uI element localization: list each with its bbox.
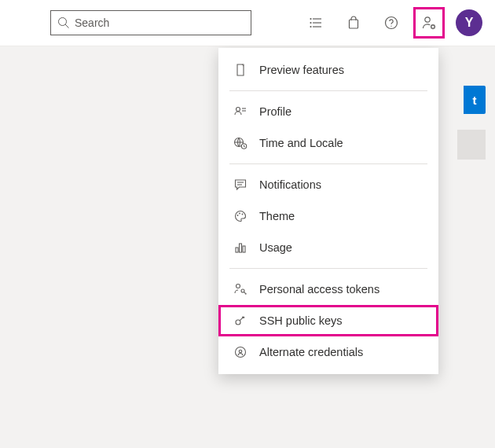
svg-point-7: [310, 27, 311, 28]
globe-clock-icon: [233, 135, 248, 151]
shopping-bag-icon: [346, 16, 361, 30]
menu-divider: [229, 90, 427, 91]
menu-label: Theme: [259, 210, 295, 222]
menu-label: Profile: [259, 105, 292, 118]
menu-item-usage[interactable]: Usage: [218, 232, 438, 263]
top-bar: Y: [0, 0, 495, 46]
svg-point-3: [310, 19, 311, 20]
svg-point-36: [236, 320, 240, 325]
search-box[interactable]: [50, 10, 251, 35]
help-icon: [384, 16, 398, 30]
svg-point-37: [236, 347, 246, 358]
svg-rect-33: [243, 246, 245, 252]
menu-divider: [229, 268, 427, 269]
user-gear-icon: [421, 15, 437, 31]
svg-point-12: [431, 25, 434, 28]
menu-item-preview-features[interactable]: Preview features: [218, 54, 438, 86]
bar-chart-icon: [233, 240, 248, 255]
svg-point-29: [239, 213, 240, 215]
search-icon: [57, 17, 70, 29]
svg-line-17: [431, 25, 432, 26]
profile-icon: [233, 104, 248, 119]
primary-action-button-fragment[interactable]: t: [464, 86, 486, 114]
search-input[interactable]: [75, 11, 244, 35]
avatar[interactable]: Y: [456, 9, 482, 36]
menu-item-alternate-credentials[interactable]: Alternate credentials: [218, 336, 438, 368]
menu-label: Notifications: [259, 178, 321, 191]
svg-point-30: [242, 214, 244, 215]
svg-point-28: [237, 215, 239, 216]
menu-label: Usage: [259, 241, 292, 254]
svg-point-10: [390, 26, 391, 27]
menu-label: Alternate credentials: [259, 346, 363, 358]
work-items-icon-button[interactable]: [300, 7, 332, 39]
menu-label: Personal access tokens: [259, 283, 380, 296]
menu-label: SSH public keys: [259, 314, 343, 327]
menu-item-personal-access-tokens[interactable]: Personal access tokens: [218, 274, 438, 305]
svg-point-35: [241, 289, 244, 292]
content-area: t Preview features Profil: [0, 46, 495, 448]
menu-item-profile[interactable]: Profile: [218, 96, 438, 127]
menu-label: Preview features: [259, 64, 344, 76]
svg-point-9: [386, 17, 398, 29]
svg-line-20: [434, 25, 435, 26]
chat-icon: [233, 177, 248, 193]
alt-creds-icon: [233, 344, 248, 360]
svg-point-34: [236, 285, 240, 288]
menu-item-theme[interactable]: Theme: [218, 200, 438, 232]
svg-point-5: [310, 23, 311, 24]
user-settings-icon-button[interactable]: [413, 7, 445, 39]
preview-icon: [233, 62, 248, 78]
menu-divider: [229, 163, 427, 164]
key-icon: [233, 313, 248, 329]
svg-line-1: [65, 24, 68, 28]
svg-rect-32: [240, 244, 242, 252]
menu-item-notifications[interactable]: Notifications: [218, 169, 438, 200]
background-panel-fragment: [457, 130, 486, 160]
help-icon-button[interactable]: [376, 7, 407, 39]
list-icon: [309, 16, 323, 30]
svg-rect-31: [236, 248, 238, 252]
svg-point-21: [236, 108, 240, 112]
svg-line-18: [434, 28, 435, 29]
svg-rect-8: [350, 20, 358, 28]
menu-label: Time and Locale: [259, 137, 343, 149]
svg-point-11: [425, 17, 430, 22]
svg-point-38: [239, 350, 242, 353]
palette-icon: [233, 208, 248, 224]
person-key-icon: [233, 281, 248, 297]
svg-point-0: [59, 18, 67, 26]
menu-item-ssh-public-keys[interactable]: SSH public keys: [218, 305, 438, 336]
avatar-initial: Y: [465, 16, 474, 30]
menu-item-time-locale[interactable]: Time and Locale: [218, 127, 438, 159]
user-settings-menu: Preview features Profile: [218, 48, 438, 374]
svg-line-19: [431, 28, 432, 29]
marketplace-icon-button[interactable]: [338, 7, 369, 39]
